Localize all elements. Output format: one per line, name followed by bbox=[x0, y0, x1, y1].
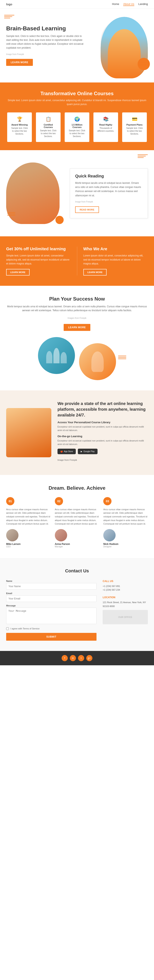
dream-text-3: Arcu cursus vitae congue mauris rhoncus … bbox=[103, 508, 148, 526]
certified-icon: 📋 bbox=[39, 116, 58, 122]
app-section1-desc: Excepteur sint occaecat cupidatat non pr… bbox=[58, 425, 148, 432]
name-input[interactable] bbox=[6, 583, 96, 590]
wave-decor-plan bbox=[118, 356, 126, 359]
nav-landing[interactable]: Landing bbox=[138, 2, 148, 6]
plan-images bbox=[6, 337, 148, 380]
award-icon: 🏆 bbox=[10, 116, 29, 122]
qr-orange-dot bbox=[55, 216, 64, 224]
wave-decor-qr-bottom bbox=[7, 212, 15, 216]
hero-section: Brain-Based Learning Sample text. Click … bbox=[0, 9, 154, 83]
phone2: +1 (234) 567-234 bbox=[103, 588, 148, 592]
submit-button[interactable]: SUBMIT bbox=[6, 633, 96, 641]
dream-name-1: Mike Larson bbox=[6, 542, 51, 546]
contact-section: Contact Us Name Email Message I agree wi… bbox=[0, 558, 154, 651]
courses-title: Transformative Online Courses bbox=[6, 91, 148, 96]
two-col-right-title: Who We Are bbox=[83, 247, 148, 251]
apple-icon: 🍎 bbox=[60, 450, 63, 453]
plan-section: Plan Your Success Now Morbi tempus iacul… bbox=[0, 286, 154, 390]
contact-inner: Name Email Message I agree with Terms of… bbox=[6, 580, 148, 641]
plan-circle-1 bbox=[38, 337, 75, 374]
dream-num-3: 03 bbox=[103, 497, 111, 505]
two-col-right-btn[interactable]: LEARN MORE bbox=[83, 269, 107, 275]
map-link[interactable]: OUR OFFICE bbox=[103, 610, 148, 624]
contact-info: CALL US +1 (234) 567-891 +1 (234) 567-23… bbox=[103, 580, 148, 641]
dream-item-2: 02 Arcu cursus vitae congue mauris rhonc… bbox=[55, 497, 99, 548]
two-col-left-title: Get 30% off Unlimited learning bbox=[6, 247, 71, 251]
plan-img-credit: Images from Freepik bbox=[6, 317, 148, 320]
hero-img-credit: Image from Freepik bbox=[6, 53, 86, 56]
dream-text-2: Arcu cursus vitae congue mauris rhoncus … bbox=[55, 508, 99, 526]
qr-read-more-button[interactable]: READ MORE bbox=[75, 206, 99, 213]
two-col-left-btn[interactable]: LEARN MORE bbox=[6, 269, 30, 275]
plan-circle-2 bbox=[79, 343, 116, 380]
feature-certified-title: Certified Courses bbox=[39, 124, 58, 129]
message-textarea[interactable] bbox=[6, 608, 96, 624]
terms-checkbox[interactable] bbox=[6, 627, 9, 630]
plan-title: Plan Your Success Now bbox=[6, 296, 148, 302]
nav-home[interactable]: Home bbox=[112, 2, 119, 6]
dream-avatar-1 bbox=[6, 529, 18, 541]
read-icon: 📚 bbox=[96, 116, 115, 122]
plan-learn-more-button[interactable]: LEARN MORE bbox=[64, 324, 90, 331]
feature-payment: 💳 Payment Plans Sample text. Click to se… bbox=[122, 113, 147, 142]
app-store-button[interactable]: 🍎 App Store bbox=[58, 449, 76, 454]
feature-payment-desc: Sample text. Click to select the two Sec… bbox=[125, 127, 144, 135]
payment-icon: 💳 bbox=[125, 116, 144, 122]
call-us-title: CALL US bbox=[103, 580, 148, 582]
two-col-right: Who We Are Lorem ipsum dolor sit amet, c… bbox=[83, 247, 148, 275]
app-content: We provide a state of the art online lea… bbox=[58, 401, 148, 465]
twitter-icon[interactable]: t bbox=[78, 655, 84, 661]
plan-desc: Morbi tempus iaculis urna id volutpat la… bbox=[6, 305, 148, 312]
dream-title: Dream. Believe. Achieve bbox=[6, 485, 148, 491]
dream-name-3: Nick Hudson bbox=[103, 542, 148, 546]
linkedin-icon[interactable]: in bbox=[70, 655, 76, 661]
dream-role-2: Manager bbox=[55, 546, 99, 548]
two-col-left-desc: Simple text. Lorem ipsum dolor sit amet,… bbox=[6, 254, 71, 266]
feature-award-desc: Sample text. Click to select the two Sec… bbox=[10, 127, 29, 135]
qr-content: Quick Reading Morbi tempus iaculis urna … bbox=[70, 169, 148, 218]
app-section2-title: On-the-go Learning bbox=[58, 435, 148, 438]
courses-subtitle: Simple text. Lorem ipsum dolor sit amet,… bbox=[6, 99, 148, 106]
call-us-block: CALL US +1 (234) 567-891 +1 (234) 567-23… bbox=[103, 580, 148, 592]
feature-million-title: 1.5 Million Courses bbox=[68, 124, 86, 129]
google-play-button[interactable]: ▶ Google Play bbox=[78, 449, 97, 454]
terms-check: I agree with Terms of Service bbox=[6, 627, 96, 630]
dream-role-1: CEO bbox=[6, 546, 51, 548]
plan-person-image bbox=[79, 343, 116, 380]
dream-item-3: 03 Arcu cursus vitae congue mauris rhonc… bbox=[103, 497, 148, 548]
navigation: logo Home About Us Landing bbox=[0, 0, 154, 9]
app-image-area bbox=[6, 408, 51, 457]
dream-avatar-2 bbox=[55, 529, 67, 541]
app-img-credit: Image from Freepik bbox=[58, 458, 148, 462]
nav-about[interactable]: About Us bbox=[123, 2, 134, 6]
name-group: Name bbox=[6, 580, 96, 590]
dream-num-2: 02 bbox=[55, 497, 63, 505]
wave-decor-qr-top bbox=[138, 154, 148, 158]
quick-reading-section: Quick Reading Morbi tempus iaculis urna … bbox=[0, 150, 154, 236]
qr-card: Quick Reading Morbi tempus iaculis urna … bbox=[70, 169, 148, 218]
app-buttons: 🍎 App Store ▶ Google Play bbox=[58, 449, 148, 454]
facebook-icon[interactable]: f bbox=[62, 655, 68, 661]
email-input[interactable] bbox=[6, 595, 96, 602]
feature-certified: 📋 Certified Courses Sample text. Click t… bbox=[36, 113, 61, 142]
dream-num-1: 01 bbox=[6, 497, 14, 505]
play-icon: ▶ bbox=[81, 450, 82, 453]
million-icon: 🌍 bbox=[68, 116, 86, 122]
map-label: OUR OFFICE bbox=[118, 616, 132, 618]
app-store-label: App Store bbox=[64, 450, 73, 453]
google-play-label: Google Play bbox=[83, 450, 95, 453]
feature-certified-desc: Sample text. Click to select the two Sec… bbox=[39, 129, 58, 138]
feature-read: 📚 Read Highly Thousands of different cou… bbox=[93, 113, 118, 142]
plan-group-image bbox=[38, 337, 75, 380]
google-icon[interactable]: g+ bbox=[86, 655, 92, 661]
app-section: We provide a state of the art online lea… bbox=[0, 390, 154, 475]
app-section1-title: Access Your Personalized Course Library bbox=[58, 421, 148, 424]
hero-image-area bbox=[90, 17, 148, 74]
app-person-bg bbox=[6, 408, 51, 457]
qr-img-credit: Image from Freepik bbox=[75, 200, 143, 204]
hero-content: Brain-Based Learning Sample text. Click … bbox=[6, 25, 90, 66]
hero-cta-button[interactable]: LEARN MORE bbox=[6, 59, 33, 66]
two-col-section: Get 30% off Unlimited learning Simple te… bbox=[0, 236, 154, 286]
courses-section: Transformative Online Courses Simple tex… bbox=[0, 83, 154, 150]
contact-title: Contact Us bbox=[6, 568, 148, 574]
